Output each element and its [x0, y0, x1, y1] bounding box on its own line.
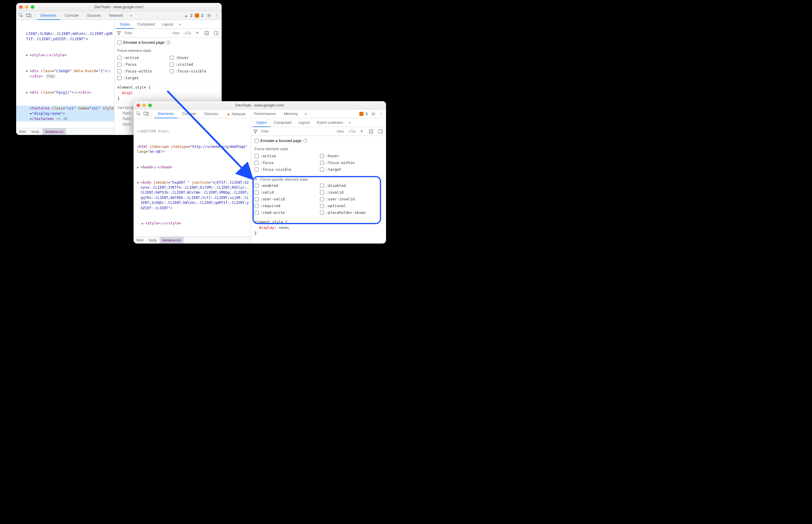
- inspect-icon[interactable]: [136, 111, 142, 117]
- pseudo-focus[interactable]: :focus: [117, 61, 167, 67]
- styles-tabbar: Styles Computed Layout »: [114, 20, 222, 29]
- main-toolbar: Elements Console Sources ▲ Network Perfo…: [133, 110, 386, 118]
- crumb-current[interactable]: textarea.csi: [160, 237, 184, 244]
- tab-layout[interactable]: Layout: [295, 118, 313, 127]
- dom-node-selected[interactable]: ⋯<textarea class="csi" name="csi" style=…: [16, 105, 114, 121]
- elements-tree[interactable]: LIENT;JL9QDc:.CLIENT;kWlxhc:.CLIENT;qGMT…: [16, 20, 114, 128]
- tab-console[interactable]: Console: [61, 11, 82, 20]
- pseudo-focus-visible[interactable]: :focus-visible: [170, 68, 219, 74]
- dom-node[interactable]: ▶<div class="Fgvgjc">⋯</div>: [16, 90, 114, 95]
- dom-node[interactable]: ▶<div class="L3eUgb" data-hveid="1">⋯</d…: [133, 236, 251, 236]
- tab-network[interactable]: ▲ Network: [223, 110, 249, 118]
- tab-layout[interactable]: Layout: [158, 20, 177, 29]
- warning-icon: ▲: [184, 13, 188, 18]
- css-rule[interactable]: element.style { displ }: [117, 83, 219, 101]
- pseudo-target[interactable]: :target: [320, 166, 383, 173]
- more-tabs-icon[interactable]: »: [302, 111, 309, 117]
- tab-memory[interactable]: Memory: [280, 110, 301, 118]
- tab-styles[interactable]: Styles: [253, 118, 270, 127]
- help-icon[interactable]: ?: [166, 40, 170, 45]
- sidebar-toggle-icon[interactable]: [213, 30, 219, 36]
- filter-input[interactable]: [124, 31, 144, 35]
- pseudo-active[interactable]: :active: [117, 54, 167, 61]
- tab-network[interactable]: Network: [106, 11, 127, 20]
- pseudo-active[interactable]: :active: [255, 153, 317, 159]
- device-icon[interactable]: [143, 111, 149, 117]
- pseudo-focus-within[interactable]: :focus-within: [320, 160, 383, 166]
- emulate-focused-checkbox[interactable]: Emulate a focused page ?: [117, 39, 219, 46]
- kebab-icon[interactable]: ⋮: [378, 111, 384, 117]
- issue-badges[interactable]: 1: [359, 112, 368, 116]
- dom-node[interactable]: ▶<style>⋯</style>: [16, 52, 114, 58]
- tab-performance[interactable]: Performance: [251, 110, 279, 118]
- more-tabs-icon[interactable]: »: [347, 119, 353, 126]
- crumb-current[interactable]: textarea.csi: [42, 128, 66, 135]
- pseudo-focus-visible[interactable]: :focus-visible: [255, 166, 317, 173]
- dom-node[interactable]: LIENT;JL9QDc:.CLIENT;kWlxhc:.CLIENT;qGMT…: [16, 31, 114, 42]
- dom-node[interactable]: ▼<body jsmodel="hspDDf " jsaction="xjhTI…: [133, 180, 251, 211]
- computed-styles-icon[interactable]: [368, 128, 374, 135]
- pseudo-visited[interactable]: :visited: [170, 61, 219, 67]
- message-icon: [195, 14, 199, 18]
- tab-computed[interactable]: Computed: [133, 20, 158, 29]
- tab-computed[interactable]: Computed: [270, 118, 295, 127]
- svg-rect-2: [29, 14, 31, 17]
- kebab-icon[interactable]: ⋮: [213, 12, 220, 19]
- filter-icon: [253, 129, 257, 133]
- breadcrumb[interactable]: html body textarea.csi: [133, 236, 251, 244]
- cls-toggle[interactable]: .cls: [347, 129, 355, 133]
- more-tabs-icon[interactable]: »: [177, 21, 183, 28]
- message-icon: [359, 112, 363, 116]
- titlebar[interactable]: DevTools - www.google.com/: [16, 3, 222, 11]
- gear-icon[interactable]: [206, 12, 212, 19]
- emulate-focused-checkbox[interactable]: Emulate a focused page ?: [255, 137, 383, 144]
- dom-node[interactable]: <!DOCTYPE html>: [133, 129, 251, 134]
- window-title: DevTools - www.google.com/: [133, 103, 386, 108]
- styles-filterbar: :hov .cls +: [251, 127, 386, 136]
- help-icon[interactable]: ?: [303, 139, 307, 143]
- pseudo-target[interactable]: :target: [117, 75, 167, 81]
- tab-elements[interactable]: Elements: [37, 11, 60, 20]
- crumb-html[interactable]: html: [133, 237, 146, 244]
- dom-node[interactable]: ▶<style>⋯</style>: [133, 221, 251, 226]
- dom-node[interactable]: <html itemscope itemtype="http://schema.…: [133, 144, 251, 154]
- tab-console[interactable]: Console: [178, 110, 200, 118]
- tab-styles[interactable]: Styles: [116, 20, 133, 29]
- dom-node[interactable]: ▶<head>⋯</head>: [133, 165, 251, 170]
- breadcrumb[interactable]: html body textarea.csi: [16, 128, 114, 135]
- more-tabs-icon[interactable]: »: [128, 12, 134, 19]
- pseudo-focus-within[interactable]: :focus-within: [117, 68, 167, 74]
- crumb-body[interactable]: body: [146, 237, 160, 244]
- device-icon[interactable]: [26, 12, 32, 19]
- elements-tree[interactable]: <!DOCTYPE html> <html itemscope itemtype…: [133, 118, 251, 236]
- pseudo-hover[interactable]: :hover: [320, 153, 383, 159]
- message-count: 2: [202, 13, 204, 18]
- crumb-html[interactable]: html: [16, 128, 29, 135]
- tab-event-listeners[interactable]: Event Listeners: [313, 118, 347, 127]
- gear-icon[interactable]: [370, 111, 377, 117]
- hov-toggle[interactable]: :hov: [336, 129, 344, 133]
- issue-badges[interactable]: ▲2 2: [184, 13, 204, 18]
- tab-sources[interactable]: Sources: [83, 11, 105, 20]
- crumb-body[interactable]: body: [29, 128, 42, 135]
- svg-rect-4: [205, 31, 208, 35]
- svg-rect-9: [369, 130, 373, 133]
- message-count: 1: [366, 112, 368, 116]
- force-state-heading: Force element state: [255, 147, 383, 151]
- pseudo-focus[interactable]: :focus: [255, 160, 317, 166]
- pseudo-hover[interactable]: :hover: [170, 54, 219, 61]
- tab-elements[interactable]: Elements: [155, 110, 177, 118]
- dom-node[interactable]: ▶<div class="L3eUgb" data-hveid="1">⋯</d…: [16, 68, 114, 79]
- sidebar-toggle-icon[interactable]: [377, 128, 384, 135]
- cls-toggle[interactable]: .cls: [182, 31, 191, 35]
- new-rule-icon[interactable]: +: [194, 30, 201, 36]
- svg-point-3: [208, 15, 210, 16]
- computed-styles-icon[interactable]: [204, 30, 210, 36]
- inspect-icon[interactable]: [18, 12, 25, 19]
- tab-sources[interactable]: Sources: [201, 110, 222, 118]
- new-rule-icon[interactable]: +: [359, 128, 365, 135]
- titlebar[interactable]: DevTools - www.google.com/: [133, 101, 386, 110]
- filter-input[interactable]: [260, 129, 281, 134]
- hov-toggle[interactable]: :hov: [171, 31, 180, 35]
- highlight-callout: [253, 176, 381, 224]
